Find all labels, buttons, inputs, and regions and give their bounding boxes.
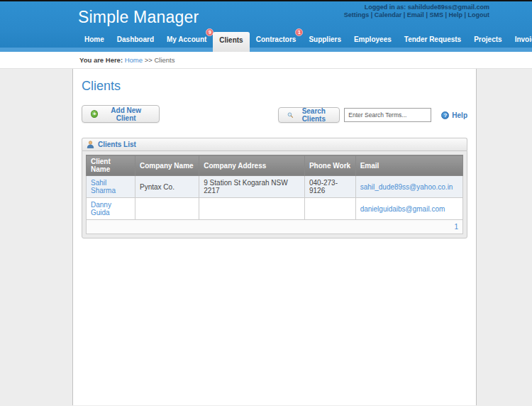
link-sms[interactable]: SMS <box>424 11 443 18</box>
pagination-page-1[interactable]: 1 <box>87 220 463 234</box>
search-clients-label: Search Clients <box>297 107 331 123</box>
toolbar: + Add New Client Search Clients ? H <box>82 105 467 125</box>
person-icon <box>87 141 94 148</box>
help-label: Help <box>452 111 467 119</box>
table-row: Sahil Sharma Pyntax Co. 9 Station St Kog… <box>87 176 463 198</box>
cell-email[interactable]: sahil_dude89ss@yahoo.co.in <box>355 176 462 198</box>
tab-invoices[interactable]: Invoices1 <box>509 32 532 48</box>
help-icon: ? <box>441 111 449 119</box>
col-header-email[interactable]: Email <box>355 155 462 176</box>
cell-company-name: Pyntax Co. <box>135 176 199 198</box>
cell-company-name <box>135 198 199 220</box>
breadcrumb-current: >> Clients <box>145 56 175 64</box>
col-header-company-address[interactable]: Company Address <box>199 155 305 176</box>
clients-list-section: Clients List Client Name Company Name Co… <box>82 138 467 238</box>
search-input[interactable] <box>344 108 431 122</box>
cell-email[interactable]: danielguidaibs@gmail.com <box>355 198 462 220</box>
clients-table-wrap: Client Name Company Name Company Address… <box>82 150 467 238</box>
tab-my-account-label: My Account <box>167 35 206 43</box>
tab-home[interactable]: Home <box>78 32 111 48</box>
add-new-client-button[interactable]: + Add New Client <box>82 105 160 123</box>
link-settings[interactable]: Settings <box>344 11 370 18</box>
app-header: Simple Manager Logged in as: sahildude89… <box>0 1 532 52</box>
tab-clients[interactable]: Clients <box>213 32 249 52</box>
search-group: Search Clients ? Help <box>278 107 467 123</box>
cell-company-address <box>199 198 305 220</box>
cell-phone-work: 040-273-9126 <box>304 176 355 198</box>
app-title: Simple Manager <box>78 8 199 27</box>
search-clients-button[interactable]: Search Clients <box>278 107 340 123</box>
clients-list-header: Clients List <box>82 138 467 150</box>
link-help[interactable]: Help <box>443 11 462 18</box>
clients-list-title: Clients List <box>98 141 136 148</box>
tab-employees[interactable]: Employees <box>348 32 398 48</box>
nav-tabs: Home Dashboard My Account9 Clients Contr… <box>78 32 532 52</box>
tab-contractors[interactable]: Contractors1 <box>250 32 303 48</box>
cell-client-name[interactable]: Sahil Sharma <box>87 176 135 198</box>
tab-invoices-label: Invoices <box>515 35 532 43</box>
tab-my-account[interactable]: My Account9 <box>160 32 213 48</box>
cell-company-address: 9 Station St Kogarah NSW 2217 <box>199 176 305 198</box>
link-calendar[interactable]: Calendar <box>369 11 401 18</box>
breadcrumb-home-link[interactable]: Home <box>125 56 143 64</box>
add-new-client-label: Add New Client <box>101 106 150 122</box>
table-header-row: Client Name Company Name Company Address… <box>87 155 463 176</box>
tab-contractors-label: Contractors <box>256 35 297 43</box>
cell-phone-work <box>304 198 355 220</box>
breadcrumb-prefix: You are Here: <box>79 56 123 64</box>
link-logout[interactable]: Logout <box>462 11 489 18</box>
col-header-client-name[interactable]: Client Name <box>87 155 135 176</box>
logged-in-as: Logged in as: sahildude89ss@gmail.com <box>344 4 489 11</box>
clients-table: Client Name Company Name Company Address… <box>86 155 463 234</box>
page-root: Simple Manager Logged in as: sahildude89… <box>0 0 532 405</box>
pagination-row: 1 <box>87 220 463 234</box>
content-panel: Clients + Add New Client Search Clients <box>72 69 477 405</box>
page-title: Clients <box>82 69 467 94</box>
tab-dashboard[interactable]: Dashboard <box>111 32 160 48</box>
account-area: Logged in as: sahildude89ss@gmail.com Se… <box>344 4 489 19</box>
main-nav: Home Dashboard My Account9 Clients Contr… <box>0 32 532 52</box>
breadcrumb: You are Here: Home >> Clients <box>0 52 532 69</box>
plus-icon: + <box>91 110 98 118</box>
tab-tender-requests[interactable]: Tender Requests <box>398 32 467 48</box>
col-header-company-name[interactable]: Company Name <box>135 155 199 176</box>
tab-suppliers[interactable]: Suppliers <box>302 32 348 48</box>
cell-client-name[interactable]: Danny Guida <box>87 198 135 220</box>
tab-projects[interactable]: Projects <box>467 32 508 48</box>
link-email[interactable]: Email <box>401 11 424 18</box>
col-header-phone-work[interactable]: Phone Work <box>304 155 355 176</box>
table-row: Danny Guida danielguidaibs@gmail.com <box>87 198 463 220</box>
main-area: Clients + Add New Client Search Clients <box>0 69 532 405</box>
help-link[interactable]: ? Help <box>441 111 467 119</box>
quick-links: SettingsCalendarEmailSMSHelpLogout <box>344 11 489 19</box>
search-icon <box>287 111 293 119</box>
